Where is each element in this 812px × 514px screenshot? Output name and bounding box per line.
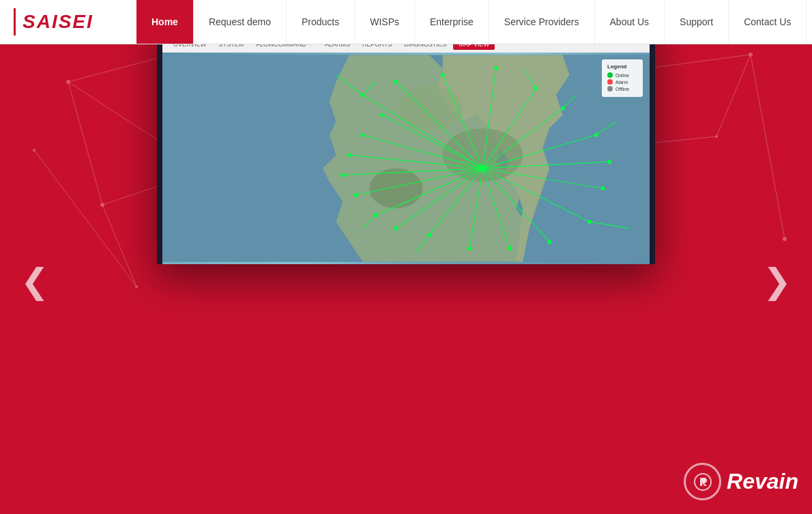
svg-point-82: [607, 160, 611, 164]
revain-icon: [684, 463, 721, 500]
map-background: [162, 53, 650, 264]
svg-line-60: [376, 169, 482, 215]
nav-item-about-us[interactable]: About Us: [595, 0, 665, 44]
svg-line-57: [469, 169, 483, 248]
svg-point-77: [441, 73, 445, 77]
svg-line-46: [396, 82, 482, 169]
nav-items: HomeRequest demoProductsWISPsEnterpriseS…: [136, 0, 812, 44]
logo: SAISEI: [0, 0, 136, 44]
legend-dot-1: [607, 72, 613, 78]
svg-point-87: [467, 246, 472, 251]
network-lines-svg: [162, 53, 650, 264]
svg-point-80: [561, 106, 565, 111]
legend-dot-2: [607, 79, 613, 85]
logo-bar: [14, 8, 16, 35]
legend-item-2: Alarm: [607, 79, 637, 85]
svg-line-53: [482, 169, 603, 188]
product-screenshot: SAISEI TRAFFIC MANAGER ON MUNIN ▲ EXPORT…: [157, 13, 655, 264]
svg-point-95: [381, 113, 385, 117]
svg-point-85: [547, 240, 551, 244]
nav-item-enterprise[interactable]: Enterprise: [415, 0, 489, 44]
hero-content: REAL TIME VISIBILITY, ANALYTICS & CONTRO…: [0, 44, 812, 244]
svg-line-62: [343, 169, 482, 175]
svg-line-49: [482, 89, 536, 169]
carousel-next-button[interactable]: ❯: [756, 255, 798, 308]
svg-line-70: [596, 122, 616, 136]
svg-line-47: [443, 75, 483, 169]
svg-line-65: [383, 115, 483, 169]
svg-point-91: [354, 193, 358, 197]
legend-dot-3: [607, 86, 613, 91]
nav-item-request-demo[interactable]: Request demo: [194, 0, 287, 44]
mockup-map: Legend Online Alarm Offline: [162, 53, 650, 264]
svg-line-63: [349, 156, 483, 169]
svg-point-92: [340, 173, 345, 177]
svg-line-56: [482, 169, 509, 248]
svg-line-66: [336, 75, 362, 95]
svg-point-84: [588, 220, 592, 224]
svg-line-45: [362, 95, 482, 169]
svg-point-78: [494, 66, 498, 70]
svg-point-83: [601, 186, 605, 190]
svg-line-48: [482, 68, 496, 169]
revain-logo-icon: [693, 472, 712, 491]
hero-section: REAL TIME VISIBILITY, ANALYTICS & CONTRO…: [0, 0, 812, 514]
svg-line-67: [362, 82, 376, 96]
svg-point-75: [360, 94, 364, 98]
svg-point-94: [360, 133, 364, 137]
svg-line-58: [429, 169, 482, 235]
svg-point-74: [480, 165, 487, 172]
legend-item-1: Online: [607, 72, 637, 78]
nav-item-home[interactable]: Home: [136, 0, 194, 44]
svg-line-71: [590, 222, 630, 229]
svg-point-86: [508, 246, 512, 251]
revain-text: Revain: [727, 469, 798, 494]
logo-text: SAISEI: [23, 11, 93, 33]
svg-point-89: [394, 227, 398, 231]
svg-line-73: [362, 216, 376, 229]
nav-item-products[interactable]: Products: [287, 0, 355, 44]
svg-line-72: [416, 235, 430, 252]
map-legend: Legend Online Alarm Offline: [602, 59, 643, 97]
svg-point-90: [374, 214, 378, 218]
nav-item-wisps[interactable]: WISPs: [355, 0, 415, 44]
svg-line-68: [523, 68, 536, 88]
legend-item-3: Offline: [607, 86, 637, 91]
nav-item-support[interactable]: Support: [665, 0, 729, 44]
legend-title: Legend: [607, 63, 637, 70]
svg-line-69: [563, 95, 577, 109]
carousel-prev-button[interactable]: ❮: [14, 255, 56, 308]
svg-point-88: [427, 233, 431, 238]
svg-point-93: [347, 154, 351, 158]
navigation: SAISEI HomeRequest demoProductsWISPsEnte…: [0, 0, 812, 44]
svg-point-76: [394, 80, 398, 84]
revain-badge: Revain: [684, 463, 798, 500]
svg-line-64: [362, 135, 482, 169]
svg-line-54: [482, 169, 589, 222]
nav-item-service-providers[interactable]: Service Providers: [489, 0, 595, 44]
nav-item-contact-us[interactable]: Contact Us: [729, 0, 807, 44]
svg-line-55: [482, 169, 549, 242]
svg-point-81: [594, 133, 598, 137]
svg-point-79: [534, 87, 538, 91]
svg-line-50: [482, 109, 562, 169]
